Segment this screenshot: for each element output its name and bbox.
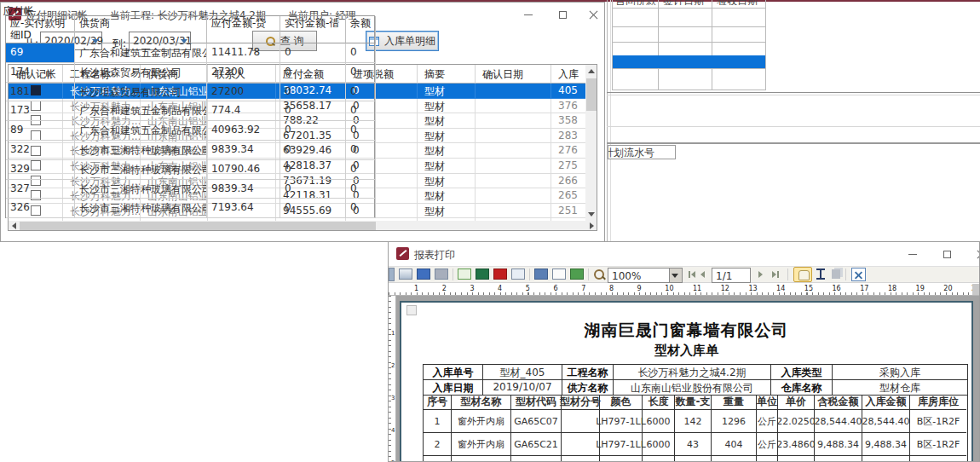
column-header[interactable]: 供货商 — [75, 16, 207, 43]
close-button[interactable] — [584, 6, 602, 23]
horizontal-scrollbar[interactable] — [9, 221, 597, 231]
detail-id-cell[interactable]: 181 — [6, 83, 75, 102]
book-icon[interactable] — [417, 269, 430, 280]
close-button[interactable] — [971, 245, 980, 263]
inbound-detail-button[interactable]: 入库单明细 — [366, 31, 439, 51]
detail-id-cell[interactable]: 329 — [6, 160, 75, 180]
page-icon[interactable] — [552, 269, 566, 280]
credit-amount-cell: 27200 — [207, 63, 280, 83]
confirm-date-cell — [476, 188, 551, 204]
table-row[interactable]: 174长沙坦森贸易有限公司2720000 — [6, 63, 374, 83]
ruler-number: 3 — [391, 395, 395, 401]
detail-id-cell[interactable]: 89 — [6, 121, 75, 141]
detail-id-cell[interactable]: 322 — [6, 141, 75, 160]
report-preview-area[interactable]: 湖南巨晟门窗幕墙有限公司 型材入库单 入库单号型材_405工程名称长沙万科魅力之… — [396, 296, 980, 462]
bg-serial-number-field[interactable]: 计划流水号 — [608, 145, 676, 159]
horizontal-scroll-thumb[interactable] — [20, 222, 376, 230]
vertical-scroll-thumb[interactable] — [586, 78, 597, 111]
info-row: 入库日期2019/10/07供方名称山东南山铝业股份有限公司仓库名称型材仓库 — [424, 380, 967, 396]
column-header[interactable]: 余额 — [346, 16, 376, 43]
minimize-button[interactable] — [903, 245, 922, 263]
zoom-level-select[interactable]: 100% — [608, 268, 683, 283]
export-icon[interactable] — [458, 269, 471, 280]
detail-cell — [600, 456, 643, 462]
print-icon[interactable] — [399, 269, 412, 280]
report-titlebar[interactable]: 报表打印 — [389, 242, 979, 266]
scroll-down-icon[interactable] — [588, 212, 595, 217]
table-row[interactable]: 89广东合和建筑五金制品有限公司40963.9200 — [6, 121, 374, 141]
pagesetup-icon[interactable] — [534, 269, 548, 280]
credit-amount-cell: 774.4 — [207, 101, 280, 121]
vertical-scrollbar[interactable] — [585, 65, 597, 221]
info-label: 入库单号 — [424, 365, 483, 380]
column-header[interactable]: 摘要 — [418, 65, 476, 84]
toolbar-partial-icon[interactable] — [389, 268, 395, 281]
table-row[interactable]: 322长沙市三湘特种玻璃有限公司9839.3400 — [6, 141, 374, 160]
mail-icon[interactable] — [511, 269, 525, 280]
credit-amount-cell: 10790.46 — [207, 160, 280, 180]
close-preview-button[interactable] — [851, 268, 866, 281]
table-row[interactable]: 326长沙市三湘特种玻璃有限公司7193.6400 — [6, 199, 374, 218]
table-row[interactable]: 181长沙坦森贸易有限公司2720000 — [6, 83, 374, 102]
pdf-icon[interactable] — [493, 269, 507, 280]
ruler-number: 12 — [721, 285, 729, 292]
bg-serial-label: 计划流水号 — [608, 146, 675, 159]
copy-page-button[interactable] — [832, 269, 840, 279]
supplier-cell: 长沙市三湘特种玻璃有限公司 — [75, 141, 207, 160]
summary-cell: 型材 — [418, 113, 476, 129]
minimize-button[interactable] — [519, 6, 538, 23]
detail-id-cell[interactable]: 326 — [6, 199, 75, 218]
report-print-window[interactable]: 报表打印 100% 1/1 — [388, 241, 980, 462]
text-select-tool-button[interactable] — [815, 269, 827, 280]
payable-account-header[interactable]: 应-实付款明细ID供货商应付金额-贷实付金额-借余额 — [6, 16, 374, 43]
debit-amount-cell: 0 — [280, 63, 346, 83]
zoom-in-icon[interactable] — [593, 269, 606, 281]
info-label: 供方名称 — [562, 380, 614, 396]
scroll-right-icon[interactable] — [590, 222, 594, 229]
table-row[interactable]: 327长沙市三湘特种玻璃有限公司9839.3400 — [6, 180, 374, 199]
detail-column-header: 数量-支 — [675, 395, 712, 410]
balance-cell: 0 — [346, 43, 376, 63]
detail-column-header: 型材分号 — [562, 395, 600, 410]
column-header[interactable]: 入库 — [551, 65, 586, 84]
detail-id-cell[interactable]: 327 — [6, 180, 75, 199]
hand-tool-button[interactable] — [793, 267, 812, 282]
table-row[interactable]: 329长沙市三湘特种玻璃有限公司10790.4600 — [6, 160, 374, 180]
detail-cell: 窗外开内扇 — [452, 410, 511, 433]
column-header[interactable]: 确认日期 — [476, 65, 551, 84]
excel-icon[interactable] — [476, 269, 489, 280]
detail-cell — [862, 456, 910, 462]
ruler-number: 4 — [391, 427, 395, 434]
detail-id-cell[interactable]: 173 — [6, 101, 75, 121]
column-header[interactable]: 实付金额-借 — [280, 16, 346, 43]
detail-cell — [424, 456, 452, 462]
credit-amount-cell: 11411.78 — [207, 43, 280, 63]
detail-id-cell[interactable]: 69 — [6, 43, 75, 63]
maximize-button[interactable] — [937, 245, 956, 263]
page-indicator-input[interactable]: 1/1 — [712, 268, 751, 283]
scroll-left-icon[interactable] — [12, 222, 16, 229]
supplier-cell: 长沙市三湘特种玻璃有限公司 — [75, 180, 207, 199]
table-row[interactable]: 69广东合和建筑五金制品有限公司11411.7800 — [6, 43, 374, 63]
confirm-date-cell — [476, 204, 551, 219]
supplier-cell: 长沙市三湘特种玻璃有限公司 — [75, 199, 207, 218]
summary-cell: 型材 — [418, 99, 476, 114]
bg-divider-thick — [607, 142, 980, 144]
detail-id-cell[interactable]: 174 — [6, 63, 75, 83]
bg-selected-row[interactable] — [613, 55, 765, 68]
inbound-no-cell: 358 — [551, 113, 586, 129]
pages-icon[interactable] — [570, 269, 584, 280]
maximize-button[interactable] — [553, 6, 572, 23]
zoom-dropdown-button[interactable] — [669, 269, 682, 282]
detail-cell: 43 — [675, 433, 712, 456]
detail-cell — [511, 456, 562, 462]
options-icon[interactable] — [435, 269, 448, 280]
table-row[interactable]: 173广东合和建筑五金制品有限公司774.400 — [6, 101, 374, 121]
column-header[interactable]: 应-实付款明细ID — [6, 16, 75, 43]
ruler-number: 11 — [693, 285, 701, 292]
column-header[interactable]: 应付金额-贷 — [207, 16, 280, 43]
payable-account-panel: 应付帐 应-实付款明细ID供货商应付金额-贷实付金额-借余额 69广东合和建筑五… — [0, 0, 381, 217]
report-info-table: 入库单号型材_405工程名称长沙万科魅力之城4.2期入库类型采购入库入库日期20… — [423, 364, 968, 396]
bg-table-border — [712, 0, 712, 90]
scroll-up-icon[interactable] — [588, 69, 595, 73]
